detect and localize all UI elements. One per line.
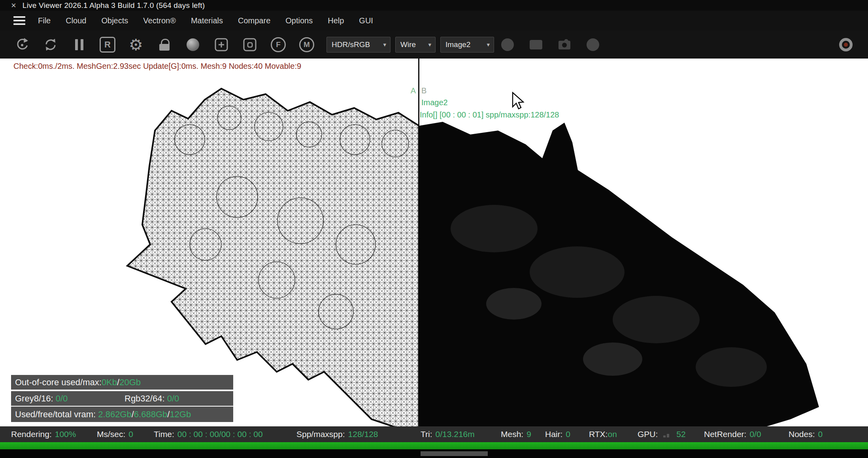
settings-gear-icon[interactable]: ⚙ bbox=[127, 36, 145, 53]
compare-label-a: A bbox=[406, 86, 416, 95]
status-nodes: Nodes:0 bbox=[789, 426, 823, 442]
menu-bar: File Cloud Objects Vectron® Materials Co… bbox=[0, 11, 868, 30]
refresh-icon[interactable] bbox=[42, 36, 59, 53]
status-netrender: NetRender:0/0 bbox=[704, 426, 761, 442]
toolbar: R ⚙ F M HDR/sRGB▾ Wire▾ Image2▾ bbox=[0, 30, 868, 59]
gpu-activity-meter bbox=[663, 431, 669, 437]
live-viewer-window: × Live Viewer 2026.1 Alpha 3 Build 1.7.0… bbox=[0, 0, 868, 458]
menu-file[interactable]: File bbox=[38, 16, 51, 25]
window-title: Live Viewer 2026.1 Alpha 3 Build 1.7.0 (… bbox=[23, 1, 205, 10]
status-mesh: Mesh:9 bbox=[501, 426, 531, 442]
overlay-out-of-core: Out-of-core used/max:0Kb/20Gb bbox=[11, 375, 233, 390]
chevron-down-icon: ▾ bbox=[428, 41, 431, 48]
render-pass-label: Image2 bbox=[421, 98, 448, 107]
chevron-down-icon: ▾ bbox=[487, 41, 490, 48]
material-pick-icon[interactable]: M bbox=[298, 36, 315, 53]
response-curve-dropdown[interactable]: HDR/sRGB▾ bbox=[326, 37, 391, 53]
status-time: Time:00 : 00 : 00/00 : 00 : 00 bbox=[154, 426, 263, 442]
render-viewport[interactable]: Check:0ms./2ms. MeshGen:2.93sec Update[G… bbox=[0, 59, 868, 426]
status-tri: Tri:0/13.216m bbox=[421, 426, 475, 442]
title-bar: × Live Viewer 2026.1 Alpha 3 Build 1.7.0… bbox=[0, 0, 868, 11]
status-bar: Rendering:100% Ms/sec:0 Time:00 : 00 : 0… bbox=[0, 426, 868, 442]
region-render-icon[interactable]: R bbox=[99, 36, 116, 53]
render-info-label: Info[] [00 : 00 : 01] spp/maxspp:128/128 bbox=[420, 110, 559, 119]
bottom-strip-segment bbox=[421, 451, 488, 456]
overlay-vram-usage: Used/free/total vram: 2.862Gb/6.688Gb/12… bbox=[11, 407, 233, 422]
render-progress-bar bbox=[0, 442, 868, 449]
menu-objects[interactable]: Objects bbox=[102, 16, 128, 25]
restart-render-icon[interactable] bbox=[13, 36, 31, 53]
sub-box-icon[interactable] bbox=[241, 36, 259, 53]
viewport-perf-stats: Check:0ms./2ms. MeshGen:2.93sec Update[G… bbox=[13, 62, 301, 71]
compare-divider[interactable] bbox=[418, 59, 419, 426]
menu-options[interactable]: Options bbox=[285, 16, 313, 25]
bottom-strip bbox=[0, 449, 868, 458]
focus-pick-icon[interactable]: F bbox=[270, 36, 287, 53]
octane-ring-icon[interactable] bbox=[837, 36, 855, 53]
mouse-cursor bbox=[512, 92, 527, 110]
menu-items: File Cloud Objects Vectron® Materials Co… bbox=[38, 16, 373, 25]
close-icon[interactable]: × bbox=[11, 1, 16, 10]
geometry-plane-icon[interactable] bbox=[527, 36, 545, 53]
overlay-texture-usage: Grey8/16: 0/0 Rgb32/64: 0/0 bbox=[11, 391, 233, 406]
menu-materials[interactable]: Materials bbox=[191, 16, 223, 25]
menu-compare[interactable]: Compare bbox=[238, 16, 270, 25]
geometry-sphere-icon[interactable] bbox=[499, 36, 516, 53]
render-ball-icon[interactable] bbox=[184, 36, 202, 53]
menu-gui[interactable]: GUI bbox=[359, 16, 373, 25]
render-mode-dropdown[interactable]: Wire▾ bbox=[395, 37, 436, 53]
status-gpu: GPU:52 bbox=[638, 426, 686, 442]
add-box-icon[interactable] bbox=[213, 36, 230, 53]
menu-vectron[interactable]: Vectron® bbox=[143, 16, 176, 25]
render-pass-dropdown[interactable]: Image2▾ bbox=[440, 37, 494, 53]
pause-icon[interactable] bbox=[70, 36, 88, 53]
status-rtx: RTX:on bbox=[589, 426, 617, 442]
status-rendering: Rendering:100% bbox=[11, 426, 76, 442]
status-ms-sec: Ms/sec:0 bbox=[97, 426, 133, 442]
menu-help[interactable]: Help bbox=[328, 16, 344, 25]
chevron-down-icon: ▾ bbox=[383, 41, 386, 48]
hamburger-menu-icon[interactable] bbox=[13, 16, 25, 25]
status-hair: Hair:0 bbox=[545, 426, 570, 442]
light-sphere-icon[interactable] bbox=[584, 36, 602, 53]
menu-cloud[interactable]: Cloud bbox=[66, 16, 86, 25]
compare-label-b: B bbox=[421, 86, 426, 95]
camera-icon[interactable] bbox=[556, 36, 573, 53]
status-spp: Spp/maxspp:128/128 bbox=[296, 426, 378, 442]
lock-icon[interactable] bbox=[156, 36, 173, 53]
